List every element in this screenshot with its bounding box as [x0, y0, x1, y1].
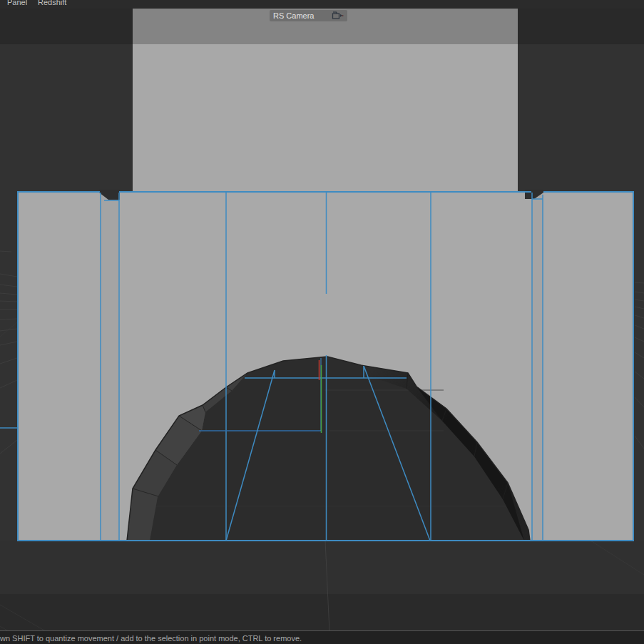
menu-item-panel[interactable]: Panel: [7, 0, 27, 6]
floor-band-far: [0, 594, 644, 630]
video-camera-icon[interactable]: [332, 11, 344, 20]
backdrop-plane: [133, 44, 518, 191]
app-window: { "menubar": { "items": [ { "label": "Pa…: [0, 0, 644, 644]
viewport[interactable]: RS Camera: [0, 9, 644, 630]
grid-lines-left: [0, 251, 17, 454]
camera-label: RS Camera: [273, 11, 314, 20]
menu-bar: Panel Redshift: [0, 0, 644, 9]
scene-canvas: [0, 9, 644, 630]
camera-label-chip[interactable]: RS Camera: [270, 10, 347, 21]
grid-lines-right: [635, 282, 644, 449]
status-message: wn SHIFT to quantize movement / add to t…: [0, 634, 302, 643]
floor-band-near: [0, 541, 644, 594]
status-bar: wn SHIFT to quantize movement / add to t…: [0, 630, 644, 644]
wall-object[interactable]: [0, 190, 634, 541]
menu-item-redshift[interactable]: Redshift: [38, 0, 66, 6]
